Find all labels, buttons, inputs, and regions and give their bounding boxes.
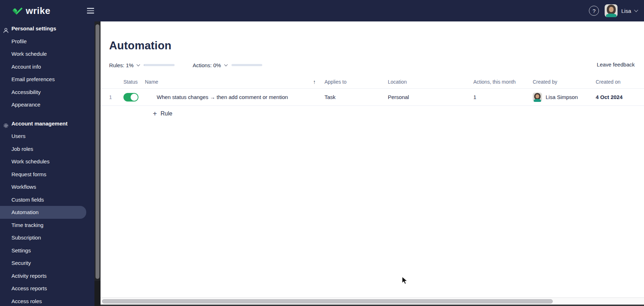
- sidebar-item-activity-reports[interactable]: Activity reports: [0, 270, 94, 282]
- column-location[interactable]: Location: [388, 75, 407, 88]
- sidebar-item-profile[interactable]: Profile: [0, 35, 94, 48]
- wrike-logo[interactable]: wrike: [12, 5, 50, 16]
- section-personal-settings: Personal settings: [0, 22, 94, 35]
- actions-usage-dropdown[interactable]: Actions: 0%: [192, 62, 227, 68]
- sidebar-scrollbar[interactable]: [94, 21, 101, 306]
- brand-name: wrike: [26, 5, 50, 16]
- sort-ascending-icon[interactable]: ↑: [313, 75, 316, 88]
- user-name: Lisa: [621, 8, 631, 14]
- column-created-by[interactable]: Created by: [533, 75, 557, 88]
- actions-usage-label: Actions: 0%: [192, 62, 221, 68]
- section-account-management: Account management: [0, 117, 94, 130]
- sidebar-item-workflows[interactable]: Workflows: [0, 181, 94, 193]
- rule-applies-to: Task: [325, 89, 336, 105]
- chevron-down-icon: [224, 63, 228, 66]
- actions-usage-progress: [231, 64, 262, 66]
- sidebar-item-appearance[interactable]: Appearance: [0, 98, 94, 111]
- mouse-cursor: [401, 276, 409, 285]
- rules-usage-progress: [144, 64, 175, 66]
- section-label: Account management: [11, 120, 68, 127]
- user-avatar: [605, 4, 618, 17]
- column-applies-to[interactable]: Applies to: [325, 75, 346, 88]
- leave-feedback-link[interactable]: Leave feedback: [597, 61, 635, 68]
- sidebar-item-users[interactable]: Users: [0, 130, 94, 143]
- sidebar-item-account-info[interactable]: Account info: [0, 60, 94, 73]
- rules-usage-dropdown[interactable]: Rules: 1%: [109, 62, 140, 68]
- window-bottom-edge: [101, 305, 644, 306]
- column-actions-this-month[interactable]: Actions, this month: [473, 75, 516, 88]
- top-bar: wrike ? Lisa: [0, 0, 644, 21]
- sidebar-item-email-preferences[interactable]: Email preferences: [0, 73, 94, 86]
- rule-status-toggle[interactable]: [123, 93, 138, 102]
- hamburger-menu-icon[interactable]: [87, 7, 95, 14]
- table-header: Status Name ↑ Applies to Location Action…: [101, 75, 644, 89]
- sidebar-item-accessibility[interactable]: Accessibility: [0, 86, 94, 99]
- creator-name: Lisa Simpson: [546, 94, 578, 100]
- sidebar-item-job-roles[interactable]: Job roles: [0, 143, 94, 156]
- creator-avatar: [533, 93, 542, 102]
- plus-icon: +: [153, 110, 157, 117]
- page-title: Automation: [109, 39, 171, 52]
- column-created-on[interactable]: Created on: [596, 75, 620, 88]
- add-rule-button[interactable]: + Rule: [153, 109, 172, 119]
- horizontal-scrollbar[interactable]: [101, 297, 644, 305]
- wrike-check-icon: [12, 6, 23, 15]
- help-icon[interactable]: ?: [589, 6, 599, 16]
- automation-page: Automation Rules: 1% Actions: 0% Leave f…: [101, 21, 644, 306]
- sidebar-item-settings[interactable]: Settings: [0, 244, 94, 257]
- sidebar-item-access-reports[interactable]: Access reports: [0, 282, 94, 295]
- column-name[interactable]: Name: [145, 75, 158, 88]
- rule-created-on: 4 Oct 2024: [596, 89, 623, 105]
- gear-icon: [3, 120, 9, 133]
- sidebar-item-work-schedule[interactable]: Work schedule: [0, 48, 94, 60]
- sidebar-scrollbar-thumb[interactable]: [96, 24, 99, 279]
- user-menu[interactable]: Lisa: [605, 4, 638, 17]
- column-status[interactable]: Status: [123, 75, 138, 88]
- row-number: 1: [109, 89, 112, 105]
- rule-actions-count: 1: [473, 89, 476, 105]
- table-row[interactable]: 1 When status changes → then add comment…: [101, 89, 644, 106]
- sidebar-item-access-roles[interactable]: Access roles: [0, 295, 94, 306]
- rules-usage-label: Rules: 1%: [109, 62, 133, 68]
- sidebar-item-subscription[interactable]: Subscription: [0, 231, 94, 244]
- sidebar-item-automation[interactable]: Automation: [0, 206, 86, 219]
- sidebar-item-custom-fields[interactable]: Custom fields: [0, 193, 94, 206]
- rule-name: When status changes → then add comment o…: [157, 89, 288, 105]
- chevron-down-icon: [137, 63, 140, 66]
- person-icon: [3, 25, 9, 38]
- add-rule-label: Rule: [161, 110, 172, 117]
- sidebar-item-security[interactable]: Security: [0, 257, 94, 270]
- settings-sidebar: Personal settings Profile Work schedule …: [0, 21, 94, 306]
- sidebar-item-work-schedules[interactable]: Work schedules: [0, 155, 94, 168]
- section-label: Personal settings: [11, 25, 56, 31]
- chevron-down-icon: [634, 8, 638, 12]
- rule-location: Personal: [388, 89, 409, 105]
- sidebar-item-time-tracking[interactable]: Time tracking: [0, 219, 94, 232]
- horizontal-scrollbar-thumb[interactable]: [102, 299, 553, 303]
- sidebar-item-request-forms[interactable]: Request forms: [0, 168, 94, 181]
